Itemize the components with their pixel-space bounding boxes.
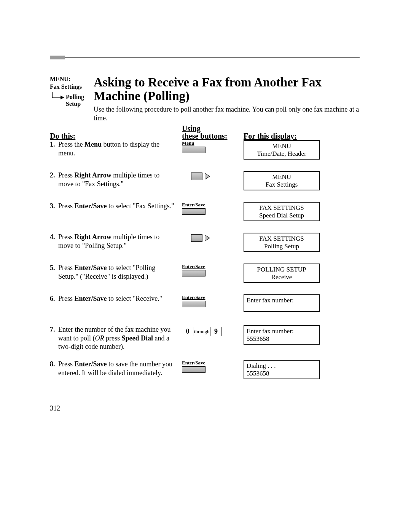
step-row: 4.Press Right Arrow multiple times to mo…: [50, 233, 360, 256]
button-cell: Enter/Save: [182, 202, 243, 215]
step-row: 1.Press the Menu button to display the m…: [50, 140, 360, 163]
step-number: 7.: [50, 325, 58, 334]
menu-path-block: MENU: Fax Settings Polling Setup: [50, 75, 92, 92]
menu-path-item-2-l2: Setup: [66, 101, 81, 107]
button-label-entersave: Enter/Save: [182, 202, 243, 208]
button-cell: Enter/Save: [182, 294, 243, 307]
button-cell: Menu: [182, 140, 243, 153]
button-cell: [182, 233, 243, 242]
enter-save-button-icon: [182, 208, 206, 215]
lcd-line1: MENU: [247, 142, 317, 150]
right-arrow-icon: [205, 173, 210, 180]
lcd-line1: Enter fax number:: [247, 328, 317, 335]
lcd-display: Enter fax number:: [244, 294, 320, 312]
lcd-line2: Receive: [247, 273, 317, 281]
header-do-this: Do this:: [50, 132, 75, 141]
menu-button-icon: [182, 147, 206, 153]
lcd-line1: Dialing . . .: [247, 362, 317, 370]
enter-save-button-icon: [182, 270, 206, 276]
display-cell: Enter fax number: 5553658: [244, 325, 320, 345]
display-cell: FAX SETTINGS Speed Dial Setup: [244, 202, 320, 221]
lcd-line2: 5553658: [247, 370, 317, 377]
step-row: 5.Press Enter/Save to select "Polling Se…: [50, 264, 360, 286]
lcd-display: MENU Time/Date, Header: [244, 140, 320, 160]
button-label-menu: Menu: [182, 140, 243, 146]
page-title: Asking to Receive a Fax from Another Fax…: [94, 75, 360, 103]
lcd-line1: MENU: [247, 173, 317, 181]
lcd-display: FAX SETTINGS Speed Dial Setup: [244, 202, 320, 221]
lcd-display: POLLING SETUP Receive: [244, 264, 320, 283]
lcd-line2: Polling Setup: [247, 243, 317, 250]
lcd-display: Dialing . . . 5553658: [244, 360, 320, 379]
menu-path-item-2-l1: Polling: [66, 94, 84, 100]
gray-button-icon: [191, 173, 202, 180]
step-text: 6.Press Enter/Save to select "Receive.": [50, 294, 178, 303]
step-row: 7.Enter the number of the fax machine yo…: [50, 325, 360, 352]
display-cell: MENU Time/Date, Header: [244, 140, 320, 160]
step-text: 8.Press Enter/Save to save the number yo…: [50, 360, 178, 377]
lcd-line1: FAX SETTINGS: [247, 235, 317, 243]
enter-save-button-icon: [182, 301, 206, 307]
button-cell: 0 through 9: [182, 325, 243, 336]
button-cell: [182, 171, 243, 180]
step-row: 8.Press Enter/Save to save the number yo…: [50, 360, 360, 383]
step-text: 1.Press the Menu button to display the m…: [50, 140, 178, 157]
numpad-nine-icon: 9: [210, 327, 221, 336]
lcd-line1: FAX SETTINGS: [247, 204, 317, 212]
menu-path-item-1: Fax Settings: [50, 83, 92, 91]
lcd-display: Enter fax number: 5553658: [244, 325, 320, 345]
menu-path-item-2: Polling Setup: [66, 94, 84, 108]
step-number: 5.: [50, 264, 58, 272]
step-text: 5.Press Enter/Save to select "Polling Se…: [50, 264, 178, 281]
lcd-line1: Enter fax number:: [247, 297, 317, 304]
step-number: 3.: [50, 202, 58, 211]
display-cell: MENU Fax Settings: [244, 171, 320, 190]
step-row: 2.Press Right Arrow multiple times to mo…: [50, 171, 360, 194]
step-number: 8.: [50, 360, 58, 369]
step-text: 7.Enter the number of the fax machine yo…: [50, 325, 178, 351]
header-using-line2: these buttons:: [182, 132, 227, 141]
numpad-zero-icon: 0: [182, 327, 193, 336]
step-number: 6.: [50, 294, 58, 303]
step-row: 6.Press Enter/Save to select "Receive." …: [50, 294, 360, 317]
step-row: 3.Press Enter/Save to select "Fax Settin…: [50, 202, 360, 225]
display-cell: POLLING SETUP Receive: [244, 264, 320, 283]
page: MENU: Fax Settings Polling Setup Asking …: [0, 0, 411, 532]
lcd-line2: Speed Dial Setup: [247, 212, 317, 219]
button-cell: Enter/Save: [182, 360, 243, 373]
lcd-line2: 5553658: [247, 335, 317, 343]
lcd-display: MENU Fax Settings: [244, 171, 320, 190]
step-text: 4.Press Right Arrow multiple times to mo…: [50, 233, 178, 250]
enter-save-button-icon: [182, 366, 206, 373]
steps-table: 1.Press the Menu button to display the m…: [50, 140, 360, 391]
lcd-line2: Fax Settings: [247, 181, 317, 189]
step-number: 2.: [50, 171, 58, 180]
top-corner-mark: [50, 56, 65, 59]
bottom-rule: [50, 402, 360, 402]
button-label-entersave: Enter/Save: [182, 294, 243, 300]
step-number: 1.: [50, 140, 58, 149]
display-cell: Dialing . . . 5553658: [244, 360, 320, 379]
step-text: 3.Press Enter/Save to select "Fax Settin…: [50, 202, 178, 211]
header-for-display: For this display:: [244, 132, 297, 141]
display-cell: FAX SETTINGS Polling Setup: [244, 233, 320, 252]
step-text: 2.Press Right Arrow multiple times to mo…: [50, 171, 178, 188]
menu-path-label: MENU:: [50, 75, 92, 83]
display-cell: Enter fax number:: [244, 294, 320, 312]
page-number: 312: [50, 404, 60, 412]
top-rule: [50, 57, 360, 58]
gray-button-icon: [191, 234, 202, 242]
step-number: 4.: [50, 233, 58, 241]
lcd-display: FAX SETTINGS Polling Setup: [244, 233, 320, 252]
tree-arrow-icon: [61, 96, 64, 99]
lcd-line1: POLLING SETUP: [247, 266, 317, 273]
button-label-entersave: Enter/Save: [182, 360, 243, 366]
right-arrow-icon: [205, 235, 210, 241]
lcd-line2: Time/Date, Header: [247, 150, 317, 158]
intro-paragraph: Use the following procedure to poll anot…: [94, 105, 360, 122]
through-label: through: [194, 329, 209, 335]
tree-vertical-line: [52, 92, 53, 97]
tree-horizontal-line: [52, 97, 61, 98]
button-cell: Enter/Save: [182, 264, 243, 276]
button-label-entersave: Enter/Save: [182, 264, 243, 270]
